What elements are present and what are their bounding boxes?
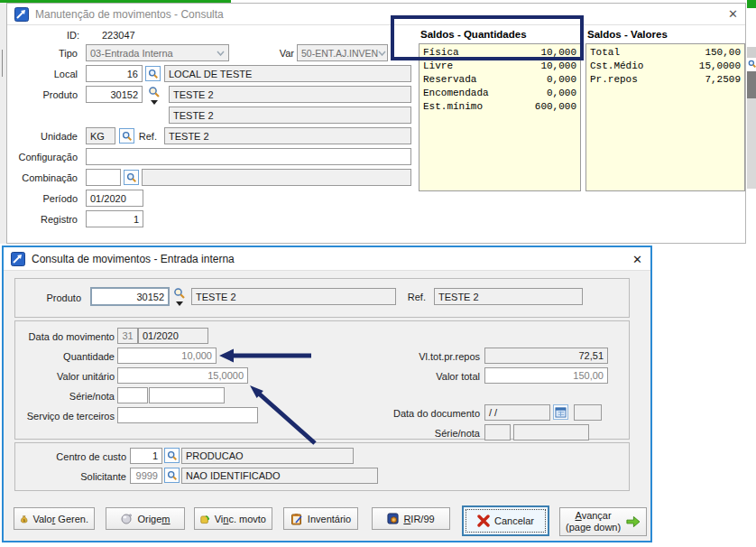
var-combobox[interactable]: 50-ENT.AJ.INVEN xyxy=(297,44,388,61)
background-left-sliver xyxy=(0,3,6,244)
bottom-close-button[interactable]: ✕ xyxy=(630,252,645,267)
valor-total-label: Valor total xyxy=(390,371,480,382)
screen: Manutenção de movimentos - Consulta ✕ ID… xyxy=(0,0,756,547)
nota-doc-field xyxy=(513,424,589,440)
saldo-row: Pr.repos7,2509 xyxy=(590,73,741,87)
recycle-package-icon xyxy=(200,513,210,525)
saldos-quantidades-panel: Física10,000 Livre10,000 Reservada0,000 … xyxy=(419,43,581,191)
bottom-window-titlebar: Consulta de movimentos - Entrada interna xyxy=(4,247,650,271)
unidade-label: Unidade xyxy=(23,131,78,142)
background-right-button-sliver xyxy=(747,47,756,58)
local-desc-field: LOCAL DE TESTE xyxy=(164,65,411,82)
valor-geren-button[interactable]: $ Valor Geren. xyxy=(14,507,95,530)
produto-lookup-icon[interactable] xyxy=(148,86,161,98)
green-arrow-right-icon xyxy=(626,515,641,528)
window-consulta-movimentos: Consulta de movimentos - Entrada interna… xyxy=(2,246,652,542)
centro-custo-lookup-button[interactable] xyxy=(164,448,180,463)
tipo-label: Tipo xyxy=(32,48,78,59)
ref-label: Ref. xyxy=(125,131,157,142)
ref-field: TESTE 2 xyxy=(434,288,583,305)
produto-lookup-icon[interactable] xyxy=(173,287,186,300)
rir99-button[interactable]: RIR/99 xyxy=(372,507,450,530)
solicitante-desc-field: NAO IDENTIFICADO xyxy=(181,468,378,484)
var-label: Var xyxy=(258,48,294,59)
inventario-button[interactable]: Inventário xyxy=(283,507,358,530)
combinacao-label: Combinação xyxy=(14,172,78,183)
produto-label: Produto xyxy=(32,89,78,100)
bottom-window-title: Consulta de movimentos - Entrada interna xyxy=(32,253,235,265)
cancelar-button[interactable]: Cancelar xyxy=(462,505,549,536)
solicitante-lookup-button[interactable] xyxy=(164,468,180,483)
registro-input[interactable]: 1 xyxy=(86,210,143,227)
quantidade-input[interactable]: 10,000 xyxy=(117,348,217,364)
data-movimento-day-field: 31 xyxy=(117,328,138,344)
centro-custo-code-input[interactable]: 1 xyxy=(130,448,162,464)
quantidade-label: Quantidade xyxy=(24,351,115,362)
data-movimento-field: 01/2020 xyxy=(138,328,208,344)
saldo-row: Est.mínimo600,000 xyxy=(423,100,576,114)
serie-input[interactable] xyxy=(117,387,148,403)
produto-code-input[interactable]: 30152 xyxy=(90,287,170,306)
id-value: 223047 xyxy=(102,30,135,41)
solicitante-label: Solicitante xyxy=(36,471,126,482)
serie-nota-doc-label: Série/nota xyxy=(390,428,480,439)
background-left-line xyxy=(2,50,3,77)
saldo-row: Física10,000 xyxy=(423,46,576,60)
saldo-row: Reservada0,000 xyxy=(423,73,576,87)
calendar-icon xyxy=(555,406,567,418)
local-lookup-button[interactable] xyxy=(145,66,161,81)
safe-icon xyxy=(387,513,399,524)
produto-desc2-field: TESTE 2 xyxy=(169,107,411,124)
solicitante-code-input[interactable]: 9999 xyxy=(130,468,162,484)
var-value: 50-ENT.AJ.INVEN xyxy=(301,48,378,59)
produto-label: Produto xyxy=(27,292,81,303)
produto-dropdown-arrow[interactable] xyxy=(151,100,158,105)
saldos-valores-panel: Total150,00 Cst.Médio15,0000 Pr.repos7,2… xyxy=(585,43,745,191)
produto-desc-field: TESTE 2 xyxy=(191,288,396,305)
saldos-quantidades-title: Saldos - Quantidades xyxy=(420,29,527,40)
chevron-down-icon xyxy=(378,51,386,56)
combinacao-lookup-button[interactable] xyxy=(124,170,139,185)
window-manutencao-movimentos: Manutenção de movimentos - Consulta ✕ ID… xyxy=(6,3,746,244)
data-documento-extra-field xyxy=(574,404,602,421)
produto-desc-field: TESTE 2 xyxy=(169,86,411,103)
produto-code-input[interactable]: 30152 xyxy=(86,86,143,103)
periodo-input[interactable]: 01/2020 xyxy=(86,190,143,207)
valor-total-input[interactable]: 150,00 xyxy=(484,367,608,384)
valor-unitario-input[interactable]: 15,0000 xyxy=(117,367,248,384)
top-close-button[interactable]: ✕ xyxy=(725,6,741,22)
servico-terceiros-input[interactable] xyxy=(117,407,258,423)
local-code-input[interactable]: 16 xyxy=(86,65,143,82)
origem-button[interactable]: Origem xyxy=(106,507,185,530)
saldo-row: Cst.Médio15,0000 xyxy=(590,60,741,73)
clipboard-icon xyxy=(290,513,303,525)
nota-input[interactable] xyxy=(149,387,225,403)
produto-dropdown-arrow[interactable] xyxy=(176,301,183,306)
magnifier-icon xyxy=(167,450,178,461)
background-scrollbar-track xyxy=(747,98,756,189)
saldo-row: Livre10,000 xyxy=(423,60,576,73)
tipo-combobox[interactable]: 03-Entrada Interna xyxy=(86,44,229,61)
red-x-icon xyxy=(477,515,490,527)
money-bag-icon: $ xyxy=(20,513,28,525)
combinacao-code-input[interactable] xyxy=(86,169,121,186)
avancar-button[interactable]: Avançar (page down) xyxy=(559,507,647,536)
saldo-row: Encomendada0,000 xyxy=(423,87,576,100)
configuracao-input[interactable] xyxy=(86,148,411,165)
background-right-green-bar xyxy=(747,0,756,8)
vl-tot-pr-repos-label: Vl.tot.pr.repos xyxy=(390,351,480,362)
servico-terceiros-label: Serviço de terceiros xyxy=(20,411,115,422)
data-movimento-label: Data do movimento xyxy=(24,331,115,342)
saldo-row: Total150,00 xyxy=(590,46,741,60)
background-lookup-icon xyxy=(748,60,756,68)
magnifier-icon xyxy=(167,470,178,481)
tipo-value: 03-Entrada Interna xyxy=(90,48,173,59)
centro-custo-desc-field: PRODUCAO xyxy=(181,448,354,464)
centro-custo-label: Centro de custo xyxy=(36,451,126,462)
vinc-movto-button[interactable]: Vinc. movto xyxy=(194,507,272,530)
calendar-button[interactable] xyxy=(553,404,568,420)
saldos-valores-title: Saldos - Valores xyxy=(587,29,668,40)
app-icon xyxy=(14,7,29,22)
magnifier-icon xyxy=(126,172,137,183)
data-documento-field: / / xyxy=(484,404,550,421)
